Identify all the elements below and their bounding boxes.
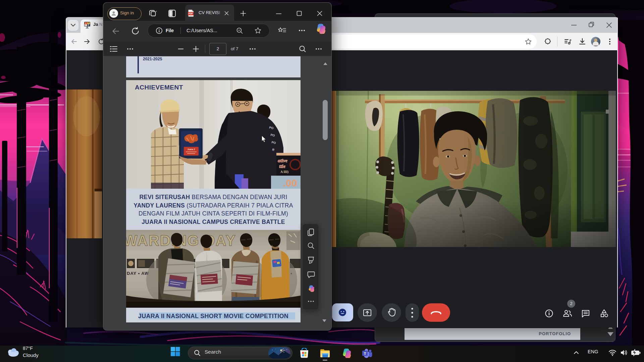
svg-text:ative: ative	[278, 158, 287, 163]
svg-text:T: T	[364, 352, 366, 356]
svg-text:ttle: ttle	[279, 164, 286, 169]
svg-text:ACHIEVEMENT: ACHIEVEMENT	[135, 84, 183, 91]
svg-text:Juara 2: Juara 2	[187, 148, 195, 150]
svg-text:A III): A III)	[280, 170, 288, 174]
svg-text:.00: .00	[283, 177, 297, 188]
svg-text:PDF: PDF	[189, 12, 193, 15]
